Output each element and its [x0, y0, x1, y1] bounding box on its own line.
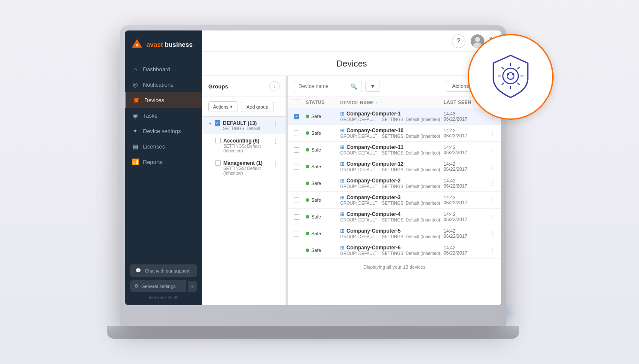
row-checkbox[interactable] — [294, 231, 299, 237]
row-checkbox[interactable] — [294, 248, 299, 253]
last-seen-value: 14:42 06/22/2017 — [444, 145, 467, 155]
settings-meta: SETTINGS: Default (Inherited) — [382, 117, 440, 122]
row-more-icon[interactable]: ⋮ — [489, 197, 495, 203]
table-row[interactable]: Safe ⊞ Company-Computer-12 GROUP: DEFAUL… — [288, 158, 501, 175]
device-cell: ⊞ Company-Computer-12 GROUP: DEFAULT SET… — [340, 161, 444, 172]
group-item-default[interactable]: ▼ DEFAULT (13) SETTINGS: Default ⋮ — [202, 117, 286, 134]
filter-button[interactable]: ▼ — [365, 81, 380, 92]
windows-icon: ⊞ — [340, 178, 344, 184]
general-settings-label: General settings — [141, 284, 176, 289]
device-name-row: ⊞ Company-Computer-5 — [340, 228, 444, 234]
group-meta: GROUP: DEFAULT — [340, 218, 377, 222]
groups-actions-dropdown[interactable]: Actions ▾ — [208, 101, 237, 112]
collapse-icon: « — [191, 284, 194, 289]
table-row[interactable]: Safe ⊞ Company-Computer-5 GROUP: DEFAULT… — [288, 225, 501, 242]
row-checkbox[interactable] — [294, 197, 299, 203]
status-text: Safe — [311, 197, 321, 203]
row-checkbox[interactable] — [294, 130, 299, 136]
add-group-button[interactable]: Add group — [241, 102, 274, 112]
group-meta: GROUP: DEFAULT — [340, 151, 377, 155]
search-box: 🔍 — [294, 81, 362, 92]
last-seen-date: 06/22/2017 — [444, 116, 467, 121]
version-text: Version 2.32.68 — [130, 295, 197, 300]
table-row[interactable]: Safe ⊞ Company-Computer-1 GROUP: DEFAULT… — [288, 108, 501, 125]
row-more-icon[interactable]: ⋮ — [489, 130, 495, 136]
row-checkbox[interactable] — [294, 114, 299, 119]
status-dot — [306, 165, 309, 168]
last-seen-date: 06/22/2017 — [444, 133, 467, 138]
sidebar-item-tasks[interactable]: ◉ Tasks — [125, 108, 202, 123]
group-item-management[interactable]: Management (1) SETTINGS: Default (Inheri… — [202, 157, 286, 179]
row-more-icon[interactable]: ⋮ — [489, 213, 495, 220]
device-cell: ⊞ Company-Computer-4 GROUP: DEFAULT SETT… — [340, 211, 444, 222]
main-content: ? KS Devices — [202, 30, 501, 305]
status-text: Safe — [311, 147, 321, 152]
search-icon: 🔍 — [350, 83, 357, 90]
row-more-icon[interactable]: ⋮ — [489, 230, 495, 237]
sidebar-item-dashboard[interactable]: ⌂ Dashboard — [125, 61, 202, 77]
group-more-icon[interactable]: ⋮ — [272, 120, 280, 127]
group-item-accounting[interactable]: Accounting (6) SETTINGS: Default (Inheri… — [202, 134, 286, 157]
status-text: Safe — [311, 130, 321, 136]
group-more-icon[interactable]: ⋮ — [272, 138, 280, 145]
last-seen-cell: 14:42 06/22/2017 ⋮ — [444, 178, 495, 188]
row-more-icon[interactable]: ⋮ — [489, 180, 495, 187]
table-row[interactable]: Safe ⊞ Company-Computer-6 GROUP: DEFAULT… — [288, 242, 501, 259]
groups-panel: Groups ‹ Actions ▾ Add group ▼ — [202, 76, 286, 305]
group-more-icon[interactable]: ⋮ — [272, 160, 280, 167]
table-row[interactable]: Safe ⊞ Company-Computer-4 GROUP: DEFAULT… — [288, 209, 501, 225]
status-cell: Safe — [306, 147, 340, 152]
search-input[interactable] — [298, 83, 348, 89]
row-more-icon[interactable]: ⋮ — [489, 163, 495, 170]
row-more-icon[interactable]: ⋮ — [489, 247, 495, 254]
sidebar-item-notifications[interactable]: ◎ Notifications — [125, 77, 202, 92]
help-button[interactable]: ? — [452, 34, 466, 48]
select-all-checkbox[interactable] — [294, 100, 299, 105]
windows-icon: ⊞ — [340, 211, 344, 217]
sidebar-item-device-settings[interactable]: ✦ Device settings — [125, 123, 202, 139]
device-cell: ⊞ Company-Computer-2 GROUP: DEFAULT SETT… — [340, 178, 444, 189]
last-seen-cell: 14:42 06/22/2017 ⋮ — [444, 145, 495, 155]
sidebar-item-devices[interactable]: ▣ Devices — [125, 92, 202, 108]
device-meta: GROUP: DEFAULT SETTINGS: Default (Inheri… — [340, 134, 444, 139]
last-seen-date: 06/22/2017 — [444, 150, 467, 155]
row-checkbox[interactable] — [294, 147, 299, 153]
table-row[interactable]: Safe ⊞ Company-Computer-2 GROUP: DEFAULT… — [288, 175, 501, 192]
group-checkbox-management[interactable] — [215, 160, 221, 166]
sidebar-item-reports[interactable]: 📶 Reports — [125, 154, 202, 170]
status-cell: Safe — [306, 164, 340, 169]
row-checkbox[interactable] — [294, 214, 299, 220]
groups-collapse-button[interactable]: ‹ — [269, 81, 280, 91]
device-meta: GROUP: DEFAULT SETTINGS: Default (Inheri… — [340, 117, 444, 122]
device-cell: ⊞ Company-Computer-1 GROUP: DEFAULT SETT… — [340, 111, 444, 122]
laptop-base — [107, 326, 519, 339]
row-checkbox[interactable] — [294, 164, 299, 170]
table-row[interactable]: Safe ⊞ Company-Computer-10 GROUP: DEFAUL… — [288, 125, 501, 142]
last-seen-date: 06/22/2017 — [444, 183, 467, 188]
laptop-shell: a avast business ⌂ Dashboard ◎ Notificat… — [120, 25, 506, 326]
last-seen-cell: 14:42 06/22/2017 ⋮ — [444, 195, 495, 205]
settings-meta: SETTINGS: Default (Inherited) — [382, 251, 440, 256]
row-checkbox[interactable] — [294, 181, 299, 186]
settings-meta: SETTINGS: Default (Inherited) — [382, 184, 440, 189]
header-checkbox-col[interactable] — [294, 100, 306, 105]
group-checkbox-default[interactable] — [215, 120, 220, 126]
group-checkbox-accounting[interactable] — [215, 138, 221, 143]
general-settings-button[interactable]: ⚙ General settings — [130, 280, 186, 292]
shield-svg — [485, 51, 536, 103]
table-body: Safe ⊞ Company-Computer-1 GROUP: DEFAULT… — [288, 108, 501, 259]
settings-meta: SETTINGS: Default (Inherited) — [382, 134, 440, 139]
group-meta: GROUP: DEFAULT — [340, 251, 377, 256]
table-row[interactable]: Safe ⊞ Company-Computer-11 GROUP: DEFAUL… — [288, 142, 501, 158]
header-device-name[interactable]: Device name ↑ — [340, 100, 444, 105]
table-row[interactable]: Safe ⊞ Company-Computer-3 GROUP: DEFAULT… — [288, 192, 501, 209]
sidebar-collapse-button[interactable]: « — [188, 281, 197, 292]
license-icon: ▤ — [132, 143, 139, 150]
row-more-icon[interactable]: ⋮ — [489, 146, 495, 153]
group-info-management: Management (1) SETTINGS: Default (Inheri… — [223, 160, 269, 176]
header-status: Status — [306, 100, 340, 105]
group-meta: GROUP: DEFAULT — [340, 117, 377, 122]
chat-support-button[interactable]: 💬 Chat with our support — [130, 264, 197, 277]
status-dot — [306, 249, 309, 252]
sidebar-item-licenses[interactable]: ▤ Licenses — [125, 139, 202, 154]
